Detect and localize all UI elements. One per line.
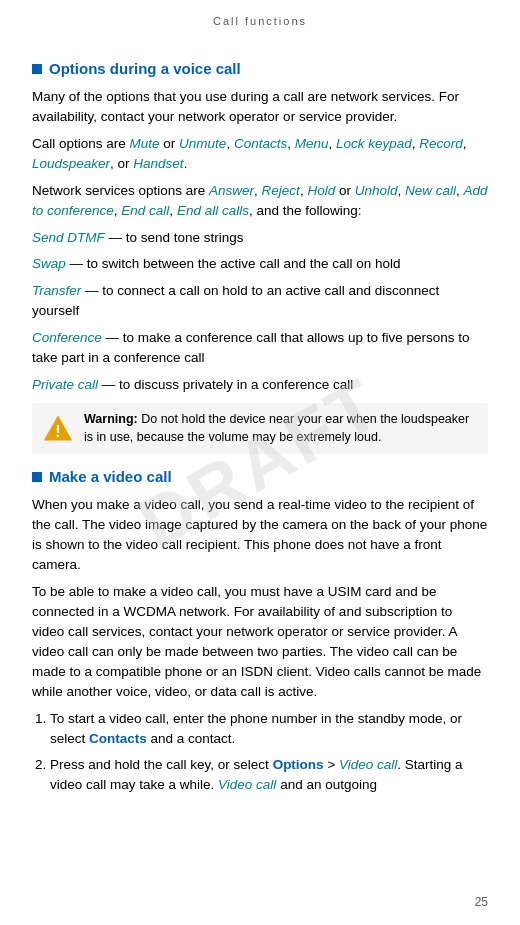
transfer-item: Transfer — to connect a call on hold to … [32,281,488,321]
svg-text:!: ! [55,423,60,440]
end-all-calls-link: End all calls [177,203,249,218]
swap-desc: — to switch between the active call and … [66,256,401,271]
video-step-2: Press and hold the call key, or select O… [50,755,488,795]
handset-link: Handset [133,156,183,171]
unhold-link: Unhold [355,183,398,198]
unmute-link: Unmute [179,136,226,151]
video-steps-list: To start a video call, enter the phone n… [50,709,488,795]
transfer-label: Transfer [32,283,81,298]
video-call-italic-link: Video call [339,757,397,772]
video-section: When you make a video call, you send a r… [32,495,488,795]
lock-keypad-link: Lock keypad [336,136,412,151]
page-number: 25 [475,894,488,911]
answer-link: Answer [209,183,254,198]
mute-link: Mute [130,136,160,151]
private-call-desc: — to discuss privately in a conference c… [98,377,353,392]
section-heading-video: Make a video call [32,466,488,488]
send-dtmf-label: Send DTMF [32,230,105,245]
hold-link: Hold [307,183,335,198]
transfer-desc: — to connect a call on hold to an active… [32,283,439,318]
options-bold: Options [273,757,324,772]
menu-link: Menu [295,136,329,151]
page-header: Call functions [0,0,520,38]
voice-call-heading: Options during a voice call [49,58,241,80]
heading-square-icon-video [32,472,42,482]
video-step-1: To start a video call, enter the phone n… [50,709,488,749]
new-call-link: New call [405,183,456,198]
network-services-line: Network services options are Answer, Rej… [32,181,488,221]
voice-intro-p1: Many of the options that you use during … [32,87,488,127]
reject-link: Reject [262,183,300,198]
video-p2: To be able to make a video call, you mus… [32,582,488,702]
page-content: Options during a voice call Many of the … [0,38,520,821]
video-call-heading: Make a video call [49,466,172,488]
send-dtmf-item: Send DTMF — to send tone strings [32,228,488,248]
heading-square-icon [32,64,42,74]
video-p2-text: To be able to make a video call, you mus… [32,584,481,699]
loudspeaker-link: Loudspeaker [32,156,110,171]
private-call-item: Private call — to discuss privately in a… [32,375,488,395]
record-link: Record [419,136,463,151]
video-call-italic-2: Video call [218,777,276,792]
voice-p1-text: Many of the options that you use during … [32,89,459,124]
swap-item: Swap — to switch between the active call… [32,254,488,274]
section-heading-voice: Options during a voice call [32,58,488,80]
private-call-label: Private call [32,377,98,392]
end-call-link: End call [121,203,169,218]
video-p1: When you make a video call, you send a r… [32,495,488,575]
warning-icon: ! [42,412,74,444]
conference-item: Conference — to make a conference call t… [32,328,488,368]
contacts-link: Contacts [234,136,287,151]
video-p1-text: When you make a video call, you send a r… [32,497,487,572]
warning-box: ! Warning: Do not hold the device near y… [32,403,488,454]
conference-label: Conference [32,330,102,345]
swap-label: Swap [32,256,66,271]
header-title: Call functions [213,15,307,27]
send-dtmf-desc: — to send tone strings [105,230,244,245]
contacts-bold-link: Contacts [89,731,147,746]
call-options-line: Call options are Mute or Unmute, Contact… [32,134,488,174]
warning-label: Warning: [84,412,138,426]
warning-body: Do not hold the device near your ear whe… [84,412,469,444]
warning-text-content: Warning: Do not hold the device near you… [84,411,478,446]
